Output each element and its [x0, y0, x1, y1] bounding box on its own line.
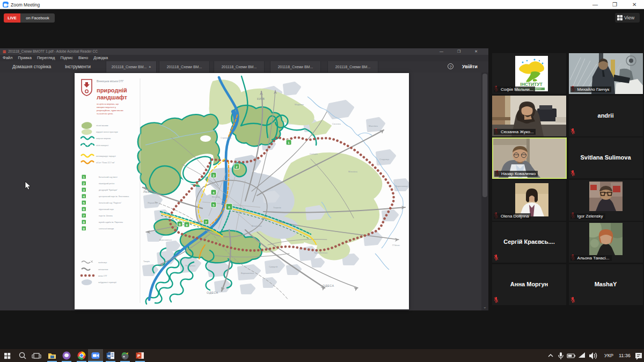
svg-text:Якушинці: Якушинці — [148, 201, 157, 204]
svg-text:Старе місто: Старе місто — [236, 211, 248, 213]
svg-text:лісові масиви: лісові масиви — [96, 125, 108, 127]
svg-text:Вінницька міська ОТГ: Вінницька міська ОТГ — [97, 79, 124, 83]
svg-text:Лука-Мелешк.: Лука-Мелешк. — [314, 251, 328, 254]
svg-text:залізниця: залізниця — [98, 262, 107, 264]
svg-text:КИЇВ: КИЇВ — [257, 97, 265, 100]
svg-text:об'єкт "Кожа 12,7 км": об'єкт "Кожа 12,7 км" — [96, 162, 115, 164]
svg-text:Стадниця: Стадниця — [379, 158, 389, 161]
svg-text:ботанічний сад "Поділля": ботанічний сад "Поділля" — [99, 202, 122, 204]
svg-text:автошляхи: автошляхи — [98, 269, 108, 271]
svg-text:ОДЕСА: ОДЕСА — [323, 284, 334, 287]
svg-text:Мізяківка: Мізяківка — [348, 170, 358, 173]
svg-text:дендрарій "Кумбари": дендрарій "Кумбари" — [99, 189, 118, 191]
svg-text:межа ОТГ: межа ОТГ — [98, 275, 107, 277]
svg-text:центральний парк ім. Леонтович: центральний парк ім. Леонтовича — [99, 196, 129, 198]
svg-text:ЛЬВІВ: ЛЬВІВ — [143, 190, 153, 193]
svg-text:Махнівка: Махнівка — [369, 125, 378, 127]
svg-text:Медвеже: Медвеже — [295, 103, 304, 106]
svg-text:використовується у: використовується у — [97, 106, 116, 108]
svg-text:озерная мережа: озерная мережа — [96, 137, 111, 140]
svg-text:лінія поверхні: лінія поверхні — [96, 144, 108, 147]
svg-text:підготовчий парк: підготовчий парк — [99, 208, 114, 211]
svg-text:Вороновиця: Вороновиця — [396, 185, 408, 187]
svg-text:w: w — [107, 354, 111, 358]
svg-text:рекреаційних, туристичних: рекреаційних, туристичних — [97, 109, 123, 112]
svg-text:Агрономічне: Агрономічне — [159, 238, 172, 241]
svg-text:природній: природній — [97, 87, 127, 93]
svg-text:Тяжилів: Тяжилів — [273, 206, 281, 209]
svg-text:Вінниця: Вінниця — [212, 196, 220, 198]
svg-text:парк ім. Чехова: парк ім. Чехова — [99, 215, 113, 217]
svg-text:ГГійсин: ГГійсин — [392, 244, 400, 247]
svg-text:Супрунів: Супрунів — [269, 265, 277, 268]
svg-text:Вишенька: Вишенька — [252, 225, 262, 227]
svg-text:ландшафт: ландшафт — [97, 94, 127, 100]
svg-text:P: P — [137, 353, 141, 358]
svg-text:та освітніх цілях.: та освітніх цілях. — [97, 112, 113, 115]
svg-text:музей-садиба ім. Пирогова: музей-садиба ім. Пирогова — [99, 221, 123, 223]
svg-text:ОДЕСА: ОДЕСА — [207, 291, 218, 294]
svg-text:Писарівка: Писарівка — [185, 264, 195, 267]
svg-text:як цілісна мережа, що: як цілісна мережа, що — [97, 103, 119, 105]
svg-text:Сосонка: Сосонка — [332, 122, 341, 125]
svg-text:Ботанічний сад імені: Ботанічний сад імені — [99, 176, 118, 178]
svg-text:Ворошилівка: Ворошилівка — [241, 272, 254, 274]
svg-text:Сабарів: Сабарів — [310, 153, 318, 155]
svg-text:Стрижавка: Стрижавка — [221, 136, 232, 139]
svg-text:пішохідний регіон: пішохідний регіон — [99, 183, 114, 185]
svg-text:відкриті зелені простори: відкриті зелені простори — [96, 131, 118, 133]
svg-text:скельські виходи: скельські виходи — [99, 228, 114, 230]
svg-text:забудовані території: забудовані території — [98, 281, 116, 284]
svg-text:веломаршрут парадні: веломаршрут парадні — [96, 155, 116, 157]
svg-text:Тиврів: Тиврів — [143, 260, 150, 263]
